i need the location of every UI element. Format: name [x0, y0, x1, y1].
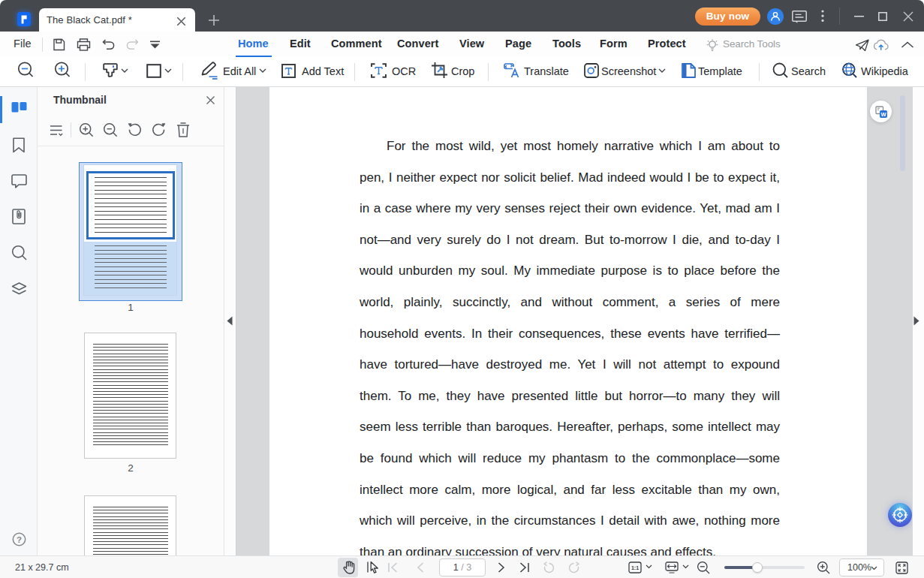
svg-text:W: W — [880, 111, 886, 118]
svg-text:?: ? — [17, 535, 22, 544]
svg-text:1:1: 1:1 — [631, 565, 639, 570]
